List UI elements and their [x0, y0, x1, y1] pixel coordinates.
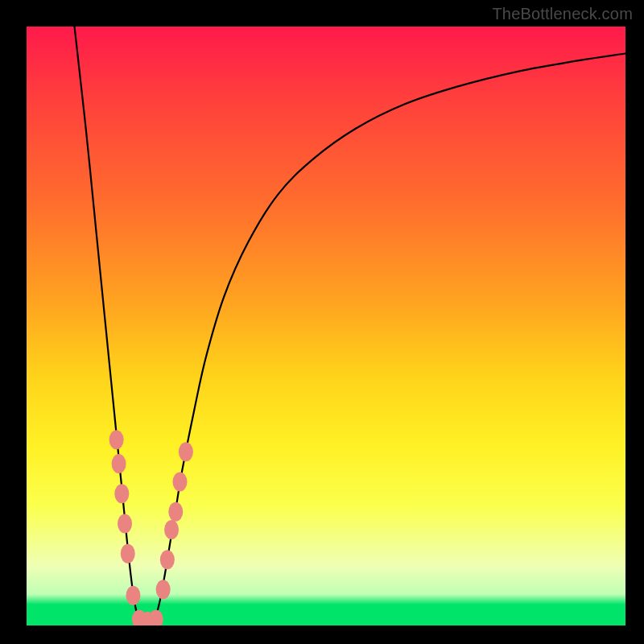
bottleneck-curve — [75, 27, 625, 624]
marker-point — [164, 520, 179, 539]
marker-point — [126, 586, 140, 605]
marker-point — [149, 610, 163, 625]
plot-area — [27, 27, 625, 625]
marker-point — [172, 472, 187, 491]
curve-layer — [27, 27, 625, 625]
marker-point — [109, 430, 124, 449]
highlighted-points — [109, 430, 193, 625]
marker-point — [118, 514, 132, 534]
marker-point — [114, 484, 129, 503]
watermark-text: TheBottleneck.com — [492, 5, 633, 23]
marker-point — [160, 550, 175, 569]
marker-point — [112, 454, 126, 473]
marker-point — [179, 442, 193, 461]
marker-point — [156, 580, 171, 599]
marker-point — [121, 544, 135, 564]
chart-frame: TheBottleneck.com — [0, 0, 644, 644]
marker-point — [168, 502, 183, 522]
